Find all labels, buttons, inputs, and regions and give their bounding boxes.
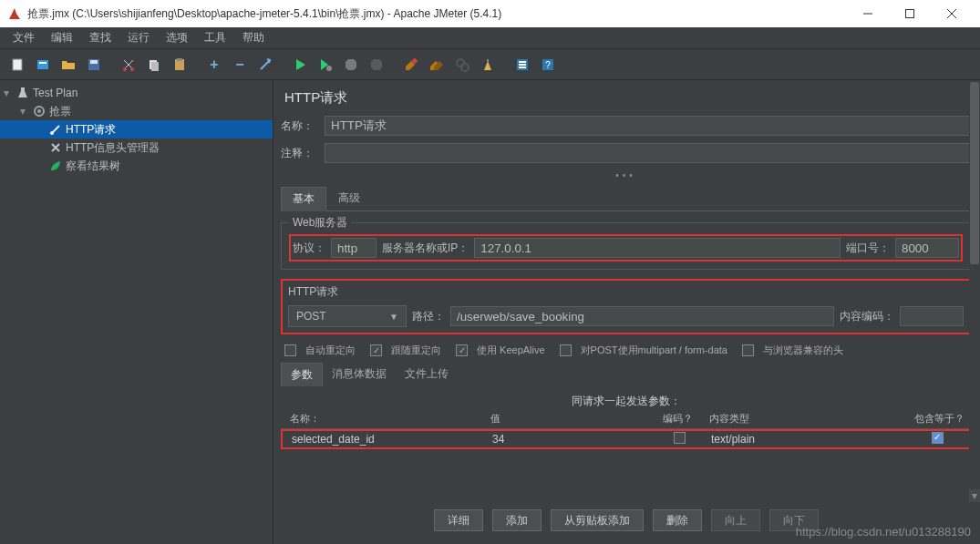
menu-tools[interactable]: 工具 bbox=[197, 28, 233, 47]
table-row[interactable]: selected_date_id 34 text/plain bbox=[281, 429, 971, 449]
subtab-params[interactable]: 参数 bbox=[281, 363, 323, 386]
toggle-button[interactable] bbox=[253, 53, 277, 77]
delete-button[interactable]: 删除 bbox=[653, 509, 702, 531]
menubar: 文件 编辑 查找 运行 选项 工具 帮助 bbox=[0, 27, 980, 49]
cell-content-type[interactable]: text/plain bbox=[711, 433, 905, 446]
cell-value[interactable]: 34 bbox=[492, 433, 647, 446]
server-input[interactable] bbox=[474, 238, 841, 258]
cell-include-checkbox[interactable] bbox=[932, 432, 944, 444]
tree-root-label: Test Plan bbox=[33, 87, 77, 99]
scrollbar-thumb[interactable] bbox=[970, 82, 979, 264]
watermark: https://blog.csdn.net/u013288190 bbox=[796, 525, 971, 539]
templates-button[interactable] bbox=[31, 53, 55, 77]
test-plan-tree[interactable]: ▾ Test Plan ▾ 抢票 HTTP请求 HTTP信息头管理器 察看结果树 bbox=[0, 80, 273, 544]
gear-icon bbox=[33, 105, 46, 118]
follow-redirect-label: 跟随重定向 bbox=[391, 344, 441, 357]
path-label: 路径： bbox=[412, 309, 445, 324]
toolbar: + − ? bbox=[0, 49, 980, 80]
menu-file[interactable]: 文件 bbox=[5, 28, 42, 47]
cut-button[interactable] bbox=[117, 53, 140, 77]
window-close-button[interactable] bbox=[931, 0, 973, 27]
reset-search-button[interactable] bbox=[476, 53, 500, 77]
menu-edit[interactable]: 编辑 bbox=[44, 28, 80, 47]
svg-point-7 bbox=[130, 67, 134, 71]
name-input[interactable] bbox=[325, 116, 971, 136]
encoding-input[interactable] bbox=[900, 306, 964, 326]
chevron-down-icon: ▼ bbox=[389, 312, 398, 322]
clear-all-button[interactable] bbox=[425, 53, 449, 77]
window-title: 抢票.jmx (C:\Users\shijianfeng\Desktop\apa… bbox=[27, 6, 847, 22]
expand-button[interactable]: + bbox=[202, 53, 226, 77]
cell-encode-checkbox[interactable] bbox=[674, 432, 686, 444]
cell-name[interactable]: selected_date_id bbox=[283, 433, 492, 446]
comment-input[interactable] bbox=[325, 143, 971, 163]
copy-button[interactable] bbox=[142, 53, 166, 77]
tree-node-header-manager[interactable]: HTTP信息头管理器 bbox=[0, 139, 273, 157]
tree-root[interactable]: ▾ Test Plan bbox=[0, 84, 273, 102]
help-button[interactable]: ? bbox=[536, 53, 560, 77]
detail-button[interactable]: 详细 bbox=[434, 509, 483, 531]
jmeter-app-icon bbox=[7, 6, 22, 21]
svg-rect-18 bbox=[487, 59, 489, 63]
svg-point-27 bbox=[50, 131, 54, 135]
follow-redirect-checkbox[interactable] bbox=[370, 344, 382, 356]
svg-text:?: ? bbox=[545, 60, 551, 70]
svg-point-6 bbox=[123, 67, 127, 71]
subtab-body[interactable]: 消息体数据 bbox=[323, 363, 396, 386]
protocol-input[interactable] bbox=[331, 238, 377, 258]
caret-down-icon[interactable]: ▾ bbox=[4, 87, 13, 99]
multipart-checkbox[interactable] bbox=[560, 344, 572, 356]
paste-button[interactable] bbox=[168, 53, 191, 77]
svg-rect-9 bbox=[151, 62, 159, 71]
menu-options[interactable]: 选项 bbox=[159, 28, 195, 47]
menu-help[interactable]: 帮助 bbox=[235, 28, 272, 47]
panel-title: HTTP请求 bbox=[284, 89, 971, 107]
header-value: 值 bbox=[490, 412, 645, 426]
tree-node-thread-group[interactable]: ▾ 抢票 bbox=[0, 102, 273, 120]
shutdown-button[interactable] bbox=[365, 53, 388, 77]
auto-redirect-checkbox[interactable] bbox=[284, 344, 296, 356]
run-no-timers-button[interactable] bbox=[314, 53, 337, 77]
grip-icon[interactable]: ••• bbox=[281, 170, 971, 180]
tree-node-results-tree[interactable]: 察看结果树 bbox=[0, 157, 273, 175]
http-request-highlight: HTTP请求 POST ▼ 路径： 内容编码： bbox=[281, 279, 971, 334]
scroll-down-icon[interactable]: ▾ bbox=[969, 489, 980, 502]
add-button[interactable]: 添加 bbox=[492, 509, 542, 531]
window-titlebar: 抢票.jmx (C:\Users\shijianfeng\Desktop\apa… bbox=[0, 0, 980, 27]
options-checkboxes: 自动重定向 跟随重定向 使用 KeepAlive 对POST使用multipar… bbox=[284, 344, 971, 357]
save-button[interactable] bbox=[82, 53, 106, 77]
subtab-upload[interactable]: 文件上传 bbox=[396, 363, 458, 386]
from-clipboard-button[interactable]: 从剪贴板添加 bbox=[551, 509, 644, 531]
window-minimize-button[interactable] bbox=[847, 0, 889, 27]
clear-button[interactable] bbox=[399, 53, 423, 77]
collapse-button[interactable]: − bbox=[228, 53, 252, 77]
menu-run[interactable]: 运行 bbox=[120, 28, 157, 47]
caret-down-icon[interactable]: ▾ bbox=[20, 105, 29, 118]
function-helper-button[interactable] bbox=[511, 53, 534, 77]
search-button[interactable] bbox=[450, 53, 474, 77]
svg-rect-5 bbox=[90, 60, 98, 64]
open-button[interactable] bbox=[57, 53, 80, 77]
up-button[interactable]: 向上 bbox=[711, 509, 760, 531]
path-input[interactable] bbox=[450, 306, 834, 326]
vertical-scrollbar[interactable]: ▾ bbox=[969, 80, 980, 517]
method-select[interactable]: POST ▼ bbox=[288, 305, 407, 327]
new-button[interactable] bbox=[5, 53, 29, 77]
tree-node-http-request[interactable]: HTTP请求 bbox=[0, 120, 273, 139]
run-button[interactable] bbox=[288, 53, 312, 77]
menu-search[interactable]: 查找 bbox=[82, 28, 119, 47]
tab-advanced[interactable]: 高级 bbox=[326, 186, 372, 210]
window-maximize-button[interactable] bbox=[889, 0, 931, 27]
tree-node-label: 察看结果树 bbox=[66, 159, 120, 174]
header-encode: 编码？ bbox=[645, 412, 709, 426]
port-input[interactable] bbox=[895, 238, 959, 258]
table-header: 名称： 值 编码？ 内容类型 包含等于？ bbox=[281, 409, 971, 429]
browser-headers-checkbox[interactable] bbox=[742, 344, 754, 356]
svg-rect-21 bbox=[519, 64, 526, 66]
tab-basic[interactable]: 基本 bbox=[281, 187, 326, 211]
web-server-legend: Web服务器 bbox=[289, 215, 351, 231]
keepalive-checkbox[interactable] bbox=[456, 344, 468, 356]
stop-button[interactable] bbox=[339, 53, 363, 77]
svg-rect-1 bbox=[13, 59, 22, 70]
auto-redirect-label: 自动重定向 bbox=[305, 344, 356, 357]
